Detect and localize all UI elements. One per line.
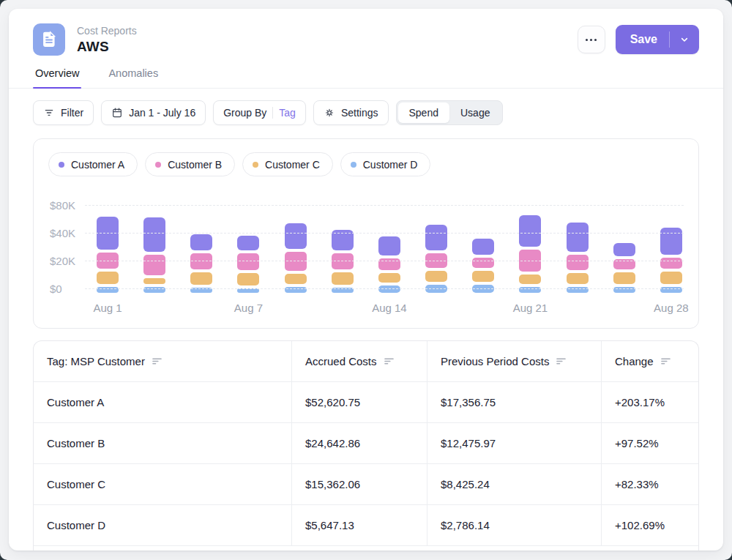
- x-axis-slot: [567, 302, 589, 316]
- legend-dot-icon: [351, 162, 356, 168]
- bar-segment-customer-b: [237, 253, 259, 270]
- document-icon: [33, 23, 65, 56]
- more-actions-button[interactable]: [578, 26, 605, 53]
- x-axis-slot: Aug 21: [519, 302, 541, 316]
- row-value-cell: $5,647.13: [291, 505, 427, 545]
- bars-area: [97, 194, 682, 293]
- row-value-cell: $8,425.24: [427, 464, 601, 504]
- bar-segment-customer-a: [143, 217, 165, 252]
- y-axis-tick: $20K: [50, 255, 75, 267]
- save-button[interactable]: Save: [616, 25, 669, 54]
- window-header: Cost Reports AWS Save: [33, 23, 699, 56]
- group-by-button[interactable]: Group By Tag: [213, 100, 306, 125]
- bar-aug-14[interactable]: [378, 236, 400, 293]
- bar-segment-customer-a: [567, 223, 589, 252]
- bar-segment-customer-c: [190, 272, 212, 285]
- row-value-cell: $12,475.97: [427, 423, 601, 463]
- bar-segment-customer-c: [378, 273, 400, 283]
- x-axis-slot: [332, 302, 354, 316]
- sort-lines-icon: [152, 356, 163, 367]
- bar-segment-customer-b: [332, 253, 354, 269]
- legend-item-customer-b[interactable]: Customer B: [145, 152, 235, 176]
- column-header-2[interactable]: Previous Period Costs: [427, 341, 601, 381]
- bar-day-6[interactable]: [332, 230, 354, 293]
- column-header-label: Previous Period Costs: [441, 355, 549, 367]
- bar-segment-customer-c: [613, 272, 635, 284]
- x-axis-label: Aug 28: [654, 302, 689, 314]
- table-row: Customer A$52,620.75$17,356.75+203.17%: [34, 381, 698, 422]
- bar-aug-1[interactable]: [97, 217, 119, 293]
- row-label-cell: Customer A: [34, 382, 291, 422]
- row-value-cell: +97.52%: [601, 423, 698, 463]
- x-axis-label: Aug 14: [372, 302, 407, 314]
- bar-segment-customer-b: [143, 255, 165, 275]
- app-screen: Cost Reports AWS Save Ove: [0, 0, 732, 560]
- toggle-usage[interactable]: Usage: [449, 102, 501, 123]
- gridline-40K: [85, 233, 684, 234]
- save-dropdown-button[interactable]: [670, 25, 699, 54]
- legend-item-customer-c[interactable]: Customer C: [242, 152, 333, 176]
- column-header-label: Accrued Costs: [305, 355, 377, 367]
- header-actions: Save: [578, 25, 699, 54]
- column-header-1[interactable]: Accrued Costs: [291, 341, 427, 381]
- settings-button[interactable]: Settings: [313, 100, 389, 125]
- page-title: AWS: [77, 39, 137, 55]
- legend-dot-icon: [253, 162, 258, 168]
- legend-item-customer-a[interactable]: Customer A: [48, 152, 138, 176]
- bar-segment-customer-c: [472, 271, 494, 282]
- legend-item-customer-d[interactable]: Customer D: [340, 152, 431, 176]
- bar-segment-customer-a: [472, 239, 494, 255]
- column-header-0[interactable]: Tag: MSP Customer: [34, 341, 291, 381]
- bar-segment-customer-a: [285, 223, 307, 249]
- table-row: Customer C$15,362.06$8,425.24+82.33%: [34, 463, 698, 504]
- row-label-cell: Customer C: [34, 464, 291, 504]
- tab-anomalies[interactable]: Anomalies: [106, 63, 160, 88]
- bar-segment-customer-c: [332, 272, 354, 285]
- bar-day-2[interactable]: [143, 217, 165, 293]
- x-axis-label: Aug 1: [93, 302, 122, 314]
- column-header-3[interactable]: Change: [601, 341, 698, 381]
- bar-segment-customer-a: [378, 236, 400, 255]
- cost-table-card: Tag: MSP CustomerAccrued CostsPrevious P…: [33, 340, 699, 550]
- bar-day-3[interactable]: [190, 234, 212, 293]
- bar-day-9[interactable]: [472, 239, 494, 293]
- calendar-icon: [111, 107, 123, 119]
- row-value-cell: $15,362.06: [291, 464, 427, 504]
- x-axis-label: Aug 21: [513, 302, 548, 314]
- row-label-cell: Customer D: [34, 505, 291, 545]
- date-range-button[interactable]: Jan 1 - July 16: [101, 100, 206, 125]
- save-split-button: Save: [616, 25, 699, 54]
- bar-segment-customer-a: [237, 236, 259, 250]
- legend-dot-icon: [155, 162, 161, 168]
- report-type-label: Cost Reports: [77, 25, 137, 37]
- row-value-cell: +102.69%: [601, 505, 698, 545]
- x-axis-slot: [285, 302, 307, 316]
- bar-segment-customer-c: [285, 274, 307, 284]
- bar-day-12[interactable]: [613, 243, 635, 293]
- chart-legend: Customer ACustomer BCustomer CCustomer D: [48, 152, 684, 176]
- tab-overview[interactable]: Overview: [33, 63, 81, 88]
- bar-segment-customer-b: [567, 255, 589, 270]
- sort-lines-icon: [660, 356, 671, 367]
- gridline-80K: [85, 205, 684, 206]
- legend-label: Customer B: [168, 159, 222, 171]
- row-value-cell: $17,356.75: [427, 382, 601, 422]
- x-axis-slot: [190, 302, 212, 316]
- x-axis-slot: [143, 302, 165, 316]
- bar-segment-customer-c: [143, 278, 165, 284]
- bar-day-8[interactable]: [425, 225, 447, 293]
- y-axis-tick: $40K: [50, 227, 75, 239]
- toggle-spend[interactable]: Spend: [398, 102, 449, 123]
- x-axis-labels: Aug 1Aug 7Aug 14Aug 21Aug 28: [97, 302, 682, 316]
- bar-segment-customer-a: [613, 243, 635, 256]
- bar-aug-21[interactable]: [519, 215, 541, 293]
- table-header-row: Tag: MSP CustomerAccrued CostsPrevious P…: [34, 341, 698, 381]
- sort-lines-icon: [556, 356, 567, 367]
- gridline-0: [85, 288, 684, 289]
- bar-aug-7[interactable]: [237, 236, 259, 293]
- x-axis-slot: Aug 14: [378, 302, 400, 316]
- filter-button[interactable]: Filter: [33, 100, 94, 125]
- bar-day-5[interactable]: [285, 223, 307, 293]
- bar-segment-customer-b: [660, 258, 682, 269]
- bar-segment-customer-c: [660, 272, 682, 284]
